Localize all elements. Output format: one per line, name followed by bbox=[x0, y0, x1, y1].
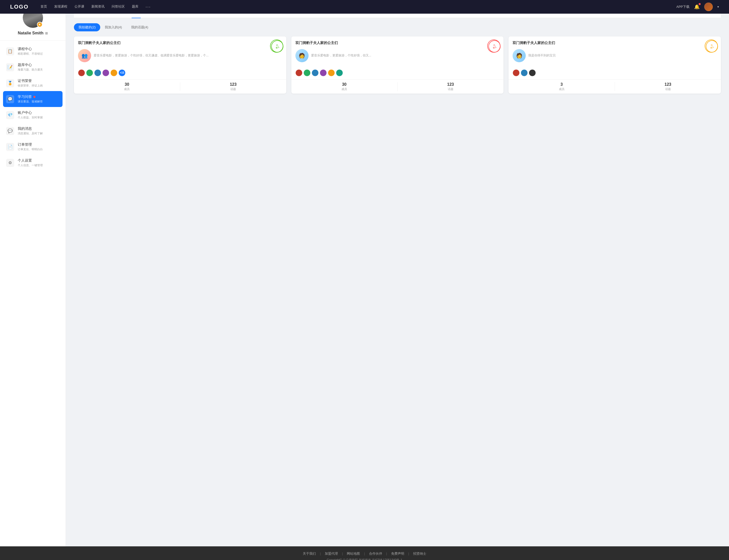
main-content: 问答 作业 资料 小组 我创建的(2) 我加入的(4) 我的话题(4) 双门洞豹… bbox=[66, 0, 729, 546]
svg-text:加入: 加入 bbox=[275, 46, 280, 49]
notification-bell[interactable]: 🔔 bbox=[694, 4, 700, 10]
sub-tab-joined[interactable]: 我加入的(4) bbox=[100, 23, 127, 31]
sidebar-item-text-account: 账户中心 个人权益、实时掌握 bbox=[18, 111, 43, 119]
avatar-level-badge: ★ bbox=[37, 22, 43, 27]
cert-sub: 收获荣誉、持证上岗 bbox=[18, 84, 43, 88]
svg-text:已: 已 bbox=[276, 44, 278, 47]
card-avatar-row-2: 🧑 爱音乐爱电影，更爱旅游，个性好强，但又... bbox=[295, 49, 500, 62]
nav-news[interactable]: 新闻资讯 bbox=[91, 4, 104, 10]
member-avatar-3-1 bbox=[513, 69, 520, 76]
orders-sub: 订单支出、明明白白 bbox=[18, 147, 43, 151]
orders-icon: 📄 bbox=[6, 143, 14, 151]
footer-copyright: Copyright© 云朵商学院 版权所有 京ICP备17051340号-1 bbox=[10, 558, 719, 560]
footer-link-partner[interactable]: 合作伙伴 bbox=[369, 551, 382, 556]
sidebar-item-orders[interactable]: 📄 订单管理 订单支出、明明白白 bbox=[0, 139, 66, 155]
qa-title: 学习问答 bbox=[18, 95, 43, 99]
stat-topics-3: 123 话题 bbox=[615, 80, 721, 94]
footer-link-disclaimer[interactable]: 免费声明 bbox=[391, 551, 404, 556]
member-avatar-1-2 bbox=[86, 69, 93, 76]
cards-grid: 双门洞豹子夫人家的公主们 已 加入 👥 爱 bbox=[74, 36, 721, 94]
sidebar-item-messages[interactable]: 💬 我的消息 消息通知、及时了解 bbox=[0, 123, 66, 139]
footer-link-recruit[interactable]: 招贤纳士 bbox=[413, 551, 426, 556]
footer-link-sitemap[interactable]: 网站地图 bbox=[347, 551, 360, 556]
app-download-button[interactable]: APP下载 bbox=[676, 5, 690, 9]
qa-title-text: 学习问答 bbox=[18, 95, 32, 99]
footer-link-agency[interactable]: 加盟代理 bbox=[325, 551, 338, 556]
svg-text:已: 已 bbox=[493, 44, 495, 47]
orders-title: 订单管理 bbox=[18, 142, 43, 147]
member-avatar-3-2 bbox=[521, 69, 528, 76]
card-members-2 bbox=[291, 69, 504, 76]
card-avatar-row-1: 👥 爱音乐爱电影，更爱旅游，个性好强，但又谦虚、低调爱音乐爱电影，更爱旅游，个.… bbox=[78, 49, 282, 62]
sub-tabs-row: 我创建的(2) 我加入的(4) 我的话题(4) bbox=[74, 23, 721, 31]
stat-members-label-3: 成员 bbox=[509, 87, 615, 91]
nav-courses[interactable]: 发现课程 bbox=[54, 4, 67, 10]
card-title-2: 双门洞豹子夫人家的公主们 bbox=[295, 40, 500, 46]
settings-sub: 个人信息、一键管理 bbox=[18, 163, 43, 167]
card-avatar-row-3: 🧑 我是你得不到的宝贝 bbox=[513, 49, 717, 62]
sidebar-item-settings[interactable]: ⚙ 个人设置 个人信息、一键管理 bbox=[0, 155, 66, 171]
sidebar-item-text-bank: 题库中心 海量习题、助力通关 bbox=[18, 63, 43, 72]
nav-more[interactable]: ··· bbox=[145, 4, 151, 10]
avatar-image bbox=[704, 3, 713, 11]
navbar-right: APP下载 🔔 ▾ bbox=[676, 3, 719, 11]
courses-title: 课程中心 bbox=[18, 47, 43, 51]
nav-bank[interactable]: 题库 bbox=[132, 4, 138, 10]
card-desc-3: 我是你得不到的宝贝 bbox=[528, 53, 556, 58]
logo[interactable]: LOGO bbox=[10, 4, 30, 10]
card-stats-2: 30 成员 123 话题 bbox=[291, 79, 504, 94]
nav-home[interactable]: 首页 bbox=[40, 4, 47, 10]
stat-members-value-3: 3 bbox=[509, 82, 615, 87]
footer-divider-1: | bbox=[320, 552, 321, 555]
sidebar-item-account[interactable]: 💎 账户中心 个人权益、实时掌握 bbox=[0, 107, 66, 123]
profile-edit-icon[interactable]: ⊞ bbox=[45, 31, 48, 35]
nav-qa[interactable]: 问答社区 bbox=[112, 4, 125, 10]
sidebar-item-cert[interactable]: 🏅 证书荣誉 收获荣誉、持证上岗 bbox=[0, 75, 66, 91]
sidebar-item-text-settings: 个人设置 个人信息、一键管理 bbox=[18, 158, 43, 167]
stat-topics-value-1: 123 bbox=[180, 82, 286, 87]
stat-members-3: 3 成员 bbox=[509, 80, 615, 94]
sub-tab-created[interactable]: 我创建的(2) bbox=[74, 23, 100, 31]
profile-name-text: Natalie Smith bbox=[18, 31, 43, 35]
sidebar-item-bank[interactable]: 📝 题库中心 海量习题、助力通关 bbox=[0, 59, 66, 75]
card-title-3: 双门洞豹子夫人家的公主们 bbox=[513, 40, 717, 46]
card-top-2: 双门洞豹子夫人家的公主们 已 加入 🧑 爱 bbox=[291, 36, 504, 69]
sidebar: ★ Natalie Smith ⊞ 📋 课程中心 精彩课程、不容错过 bbox=[0, 0, 66, 546]
cert-icon: 🏅 bbox=[6, 79, 14, 87]
sub-tab-topics[interactable]: 我的话题(4) bbox=[127, 23, 153, 31]
bell-icon: 🔔 bbox=[694, 4, 700, 9]
member-avatar-1-1 bbox=[78, 69, 85, 76]
member-avatar-2-6 bbox=[336, 69, 343, 76]
courses-sub: 精彩课程、不容错过 bbox=[18, 52, 43, 56]
stat-members-label-2: 成员 bbox=[291, 87, 398, 91]
navbar: LOGO 首页 发现课程 公开课 新闻资讯 问答社区 题库 ··· APP下载 … bbox=[0, 0, 729, 14]
avatar-dropdown-arrow[interactable]: ▾ bbox=[717, 5, 719, 9]
svg-text:已: 已 bbox=[711, 44, 713, 47]
card-top-1: 双门洞豹子夫人家的公主们 已 加入 👥 爱 bbox=[74, 36, 286, 69]
nav-open[interactable]: 公开课 bbox=[74, 4, 84, 10]
account-sub: 个人权益、实时掌握 bbox=[18, 116, 43, 119]
stat-topics-value-3: 123 bbox=[615, 82, 721, 87]
member-avatar-2-4 bbox=[320, 69, 327, 76]
card-main-avatar-2: 🧑 bbox=[295, 49, 308, 62]
qa-badge bbox=[33, 96, 35, 98]
sidebar-item-text-orders: 订单管理 订单支出、明明白白 bbox=[18, 142, 43, 151]
member-more-1: +15 bbox=[118, 69, 125, 76]
footer-link-about[interactable]: 关于我们 bbox=[303, 551, 316, 556]
stat-topics-2: 123 话题 bbox=[398, 80, 504, 94]
sidebar-item-qa[interactable]: 💬 学习问答 课后重温、疑难解答 bbox=[3, 91, 62, 107]
avatar[interactable] bbox=[704, 3, 713, 11]
member-avatar-2-3 bbox=[311, 69, 319, 76]
svg-text:加入: 加入 bbox=[493, 46, 497, 49]
stat-topics-1: 123 话题 bbox=[180, 80, 286, 94]
card-members-3 bbox=[509, 69, 721, 76]
sidebar-item-courses[interactable]: 📋 课程中心 精彩课程、不容错过 bbox=[0, 43, 66, 59]
footer-divider-4: | bbox=[386, 552, 387, 555]
sidebar-item-text-qa: 学习问答 课后重温、疑难解答 bbox=[18, 95, 43, 103]
badge-icon: ★ bbox=[38, 23, 41, 26]
stat-topics-label-3: 话题 bbox=[615, 87, 721, 91]
member-avatar-3-3 bbox=[529, 69, 536, 76]
stat-members-value-1: 30 bbox=[74, 82, 180, 87]
courses-icon: 📋 bbox=[6, 47, 14, 55]
group-card-1: 双门洞豹子夫人家的公主们 已 加入 👥 爱 bbox=[74, 36, 286, 94]
